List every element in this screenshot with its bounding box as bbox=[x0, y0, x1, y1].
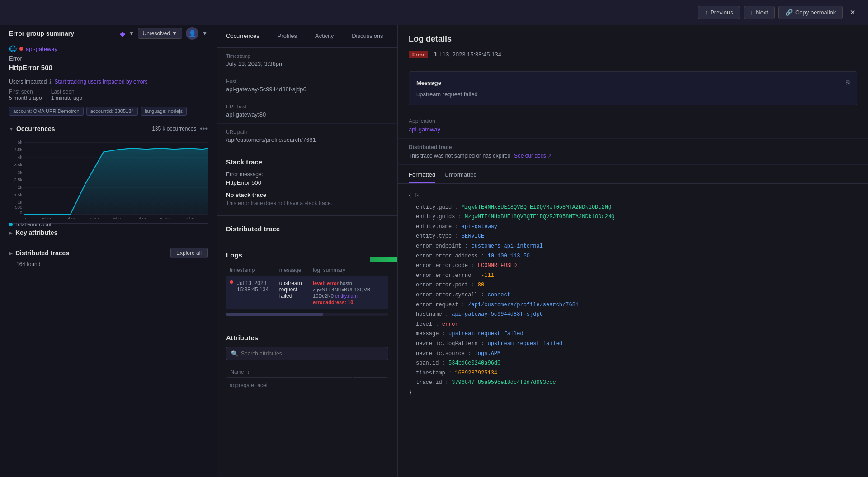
distributed-trace-title: Distributed trace bbox=[226, 225, 388, 233]
explore-all-button[interactable]: Explore all bbox=[170, 248, 208, 258]
legend-dot bbox=[9, 223, 13, 226]
track-users-link[interactable]: Start tracking users impacted by errors bbox=[54, 79, 147, 85]
svg-text:2k: 2k bbox=[18, 185, 22, 190]
attributes-title: Attributes bbox=[226, 334, 388, 341]
logs-table: timestamp message log_summary Jul 13, 20… bbox=[226, 264, 388, 309]
more-options-button[interactable]: ••• bbox=[200, 125, 208, 133]
json-key: hostname bbox=[416, 311, 442, 318]
col-name[interactable]: Name ↕ bbox=[227, 366, 352, 378]
last-seen-item: Last seen 1 minute ago bbox=[51, 89, 82, 101]
status-dropdown[interactable]: Unresolved ▼ bbox=[138, 28, 183, 39]
copy-icon[interactable]: ⎘ bbox=[846, 79, 849, 86]
status-label: Unresolved bbox=[143, 30, 170, 37]
application-label: Application bbox=[409, 118, 857, 124]
occurrences-section: ▼ Occurrences 135 k occurrences ••• 5k 4… bbox=[9, 125, 208, 219]
log-timestamp-cell: Jul 13, 2023 15:38:45.134 bbox=[226, 276, 276, 309]
attrs-table-header: Name ↕ bbox=[227, 366, 387, 378]
svg-text:Jul 13,: Jul 13, bbox=[185, 217, 197, 219]
log-message-cell: upstream request failed bbox=[276, 276, 309, 309]
tab-occurrences[interactable]: Occurrences bbox=[217, 25, 269, 47]
json-row: entity.guid : MzgwNTE4NHxBUE18QVBQTElDQV… bbox=[409, 203, 857, 213]
chevron-icon: ▼ bbox=[172, 30, 177, 37]
json-key: error.error.address bbox=[416, 253, 478, 259]
search-icon: 🔍 bbox=[231, 350, 238, 357]
tab-discussions[interactable]: Discussions bbox=[343, 25, 392, 47]
error-group-title: Error group summary bbox=[9, 30, 74, 37]
error-dot bbox=[230, 280, 233, 284]
scroll-indicator bbox=[226, 313, 388, 316]
close-button[interactable]: × bbox=[846, 5, 859, 19]
json-key: error.error.port bbox=[416, 282, 468, 288]
close-brace: } bbox=[409, 389, 412, 396]
globe-icon: 🌐 bbox=[9, 45, 17, 52]
first-seen-label: First seen bbox=[9, 89, 33, 95]
users-impacted-label: Users impacted bbox=[9, 79, 47, 85]
last-seen-value: 1 minute ago bbox=[51, 95, 82, 101]
host-value: api-gateway-5c9944d88f-sjdp6 bbox=[226, 86, 388, 93]
occurrences-chart: 5k 4.5k 4k 3.5k 3k 2.5k 2k 1.5k 1k 500 0 bbox=[9, 137, 208, 219]
json-value: -111 bbox=[481, 272, 494, 279]
json-row: entity.name : api-gateway bbox=[409, 222, 857, 232]
tag-language: language: nodejs bbox=[141, 107, 187, 116]
message-text: upstream request failed bbox=[416, 91, 849, 98]
previous-button[interactable]: ↑ Previous bbox=[698, 6, 740, 19]
message-box-title: Message bbox=[416, 80, 441, 86]
arrow-down-icon: ↓ bbox=[750, 9, 754, 16]
caret-icon: ▼ bbox=[202, 30, 208, 37]
stack-trace-section: Stack trace Error message: HttpError 500… bbox=[217, 149, 397, 216]
json-row: newrelic.source : logs.APM bbox=[409, 349, 857, 359]
user-avatar[interactable]: 👤 bbox=[186, 27, 198, 40]
copy-permalink-button[interactable]: 🔗 Copy permalink bbox=[778, 6, 843, 19]
log-date: Jul 13, 2023 15:38:45.134 bbox=[434, 51, 501, 58]
svg-text:1,: 1, bbox=[24, 217, 28, 219]
json-row: error.error.errno : -111 bbox=[409, 271, 857, 281]
see-docs-link[interactable]: See our docs bbox=[514, 153, 546, 159]
svg-text:3.5k: 3.5k bbox=[14, 162, 23, 167]
log-summary-content: level: error hostn zgwNTE4NHxBUE18QVB 10… bbox=[313, 281, 370, 305]
occurrences-controls: 135 k occurrences ••• bbox=[152, 125, 208, 133]
json-copy-button[interactable]: ⎘ bbox=[415, 191, 419, 201]
distributed-traces-header[interactable]: ▶ Distributed traces Explore all bbox=[9, 248, 208, 258]
tab-unformatted[interactable]: Unformatted bbox=[444, 167, 477, 183]
attributes-section: Attributes 🔍 Name ↕ aggregateFacet bbox=[217, 325, 397, 401]
col-value bbox=[353, 366, 387, 378]
tabs-bar: Occurrences Profiles Activity Discussion… bbox=[217, 25, 397, 48]
log-details-title: Log details bbox=[409, 34, 857, 44]
json-row: error.request : /api/customers/profile/s… bbox=[409, 300, 857, 310]
tab-formatted[interactable]: Formatted bbox=[409, 167, 435, 183]
left-panel: Error group summary ◆ ▼ Unresolved ▼ 👤 ▼… bbox=[0, 0, 217, 477]
logs-table-header: timestamp message log_summary bbox=[226, 264, 388, 276]
json-key: entity.type bbox=[416, 233, 452, 239]
json-row: newrelic.logPattern : upstream request f… bbox=[409, 339, 857, 349]
json-key: level bbox=[416, 321, 432, 327]
chart-legend: Total error count bbox=[9, 222, 208, 227]
application-link[interactable]: api-gateway bbox=[409, 126, 857, 133]
svg-text:Jul 12,: Jul 12, bbox=[89, 217, 100, 219]
tab-profiles[interactable]: Profiles bbox=[269, 25, 306, 47]
json-key: error.error.syscall bbox=[416, 292, 478, 298]
timestamp-text: Jul 13, 2023 15:38:45.134 bbox=[237, 280, 272, 293]
table-row[interactable]: Jul 13, 2023 15:38:45.134 upstream reque… bbox=[226, 276, 388, 309]
tab-activity[interactable]: Activity bbox=[306, 25, 343, 47]
next-button[interactable]: ↓ Next bbox=[744, 6, 775, 19]
json-key: entity.guid bbox=[416, 204, 452, 210]
col-timestamp: timestamp bbox=[226, 264, 276, 276]
message-box-header: Message ⎘ bbox=[416, 79, 849, 86]
chevron-right-icon-2: ▶ bbox=[9, 251, 13, 256]
url-host-label: URL host bbox=[226, 104, 388, 109]
json-row: error.error.address : 10.100.113.50 bbox=[409, 252, 857, 262]
service-status-dot bbox=[19, 47, 23, 51]
chevron-right-icon: ▶ bbox=[9, 230, 13, 235]
arrow-svg bbox=[370, 253, 398, 267]
json-value: 534bd6e0240a96d0 bbox=[448, 360, 500, 366]
occurrences-header[interactable]: ▼ Occurrences 135 k occurrences ••• bbox=[9, 125, 208, 133]
search-box[interactable]: 🔍 bbox=[226, 347, 388, 360]
json-row: hostname : api-gateway-5c9944d88f-sjdp6 bbox=[409, 310, 857, 320]
external-link-icon: ↗ bbox=[547, 153, 552, 159]
first-seen-item: First seen 5 months ago bbox=[9, 89, 42, 101]
occurrences-count: 135 k occurrences bbox=[152, 126, 196, 132]
timestamp-label: Timestamp bbox=[226, 53, 388, 59]
error-group-summary: Error group summary ◆ ▼ Unresolved ▼ 👤 ▼… bbox=[9, 27, 208, 116]
svg-text:4k: 4k bbox=[18, 154, 22, 159]
search-attributes-input[interactable] bbox=[241, 351, 383, 357]
